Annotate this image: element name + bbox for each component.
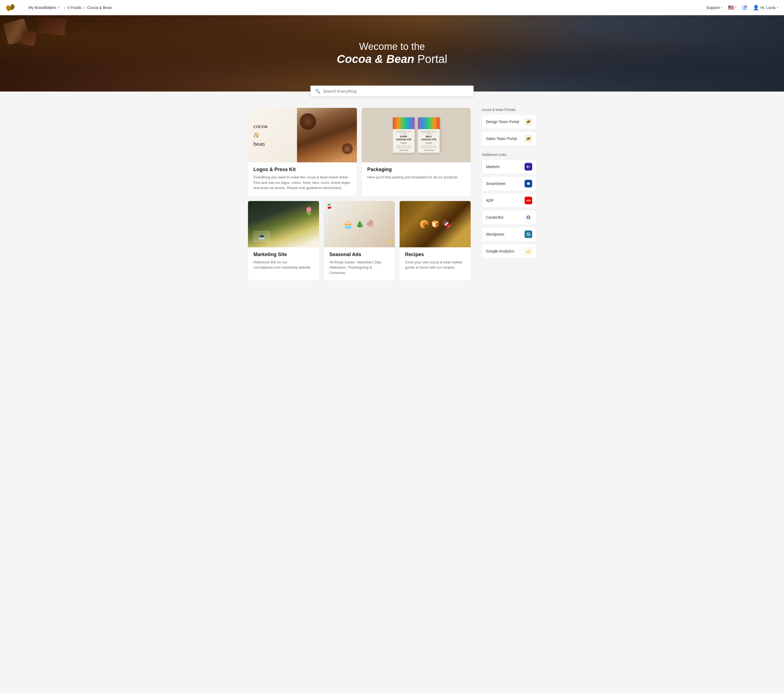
croissant-icon: 🥐 [420, 219, 429, 229]
search-bar: 🔍 [310, 86, 474, 97]
main-content: cocoa&bean Logos & Press Kit Everything … [242, 107, 542, 281]
adp-link[interactable]: ADP ADP [482, 193, 536, 208]
wordpress-link[interactable]: Wordpress [482, 227, 536, 242]
marketo-link[interactable]: Marketo [482, 159, 536, 174]
support-label: Support [706, 5, 720, 10]
cupcake-icon: 🧁 [343, 219, 354, 229]
packaging-card-body: Packaging Here you'll find packing and t… [362, 162, 471, 185]
contentful-logo-icon [526, 215, 530, 219]
navbar: My Brandfolders ▾ › V Foods › Cocoa & Be… [0, 0, 784, 15]
wordpress-icon [525, 231, 532, 238]
marketo-logo-icon [526, 165, 530, 169]
milk-choc-label: MILK CHOCOLATE [420, 135, 438, 141]
milk-chocolate-box: HANDMADE WITH LOVE MILK CHOCOLATE Organi… [418, 117, 440, 153]
chevron-down-icon: ▾ [58, 6, 59, 9]
marketing-card-image: 💻 🌷 [248, 201, 319, 248]
smartsheet-label: Smartsheet [486, 182, 506, 186]
breadcrumb-parent[interactable]: V Foods [68, 5, 82, 10]
chevron-down-icon: ▾ [735, 6, 737, 9]
sales-team-portal-label: Sales Team Portal [486, 137, 517, 141]
sales-team-portal-icon [525, 135, 532, 142]
search-icon: 🔍 [315, 89, 320, 94]
user-menu[interactable]: 👤 Hi, Lucia ▾ [753, 5, 779, 11]
sprinkle-icon: ✨ [387, 239, 392, 244]
milk-choc-pct: 35% cocoa [424, 149, 434, 151]
wordpress-logo-icon [526, 232, 530, 236]
logos-card-desc: Everything you need to make the cocoa & … [254, 175, 351, 191]
hero-subtitle: Wecome to the [337, 41, 447, 52]
adp-icon: ADP [525, 197, 532, 204]
packaging-card-desc: Here you'll find packing and templated f… [367, 175, 465, 180]
my-brandfolders-label: My Brandfolders [29, 5, 56, 10]
hero-portal-word: Portal [417, 53, 447, 65]
laptop-icon: 💻 [254, 231, 270, 242]
recipes-card-desc: Cook your own cocoa & bean baked goods a… [405, 260, 465, 270]
user-greeting: Hi, Lucia [761, 5, 775, 10]
user-icon: 👤 [753, 5, 759, 11]
design-team-portal-label: Design Team Portal [486, 120, 519, 124]
smartsheet-logo-icon [526, 182, 530, 186]
packaging-card[interactable]: HANDMADE WITH LOVE DARK CHOCOLATE Organi… [362, 107, 471, 196]
svg-rect-17 [529, 250, 530, 253]
brand-logo-text: cocoa&bean [254, 122, 267, 148]
holly-icon: 🍒 [327, 204, 332, 209]
svg-point-14 [528, 234, 529, 235]
choc-decoration-3 [38, 17, 66, 35]
seasonal-card-body: Seasonal Ads All things Easter, Valentin… [324, 248, 395, 281]
logos-card-title: Logos & Press Kit [254, 167, 351, 172]
marketo-icon [525, 163, 532, 170]
marketing-card[interactable]: 💻 🌷 Marketing Site Reference link for ou… [248, 201, 320, 281]
sales-team-portal-link[interactable]: Sales Team Portal [482, 131, 536, 146]
hero-banner: Wecome to the Cocoa & Bean Portal [0, 15, 784, 92]
analytics-chart-icon [526, 249, 530, 253]
design-team-portal-link[interactable]: Design Team Portal [482, 114, 536, 129]
candy-cane-icon: 🍭 [366, 219, 376, 229]
dark-choc-label: DARK CHOCOLATE [394, 135, 413, 141]
search-container: 🔍 [310, 86, 474, 97]
sidebar: cocoa & bean Portals Design Team Portal … [482, 107, 536, 281]
marketing-card-desc: Reference link for our cocoa&bean.com ma… [254, 260, 314, 270]
recipes-card[interactable]: 🥐 🍞 🍫 Recipes Cook your own cocoa & bean… [399, 201, 471, 281]
bell-icon [742, 5, 748, 10]
tulip-icon: 🌷 [304, 206, 314, 216]
my-brandfolders-dropdown[interactable]: My Brandfolders ▾ [29, 5, 59, 10]
top-card-grid: cocoa&bean Logos & Press Kit Everything … [248, 107, 471, 196]
svg-rect-9 [527, 166, 527, 168]
google-analytics-link[interactable]: Google Analytics [482, 244, 536, 259]
brand-logo-icon [5, 3, 15, 13]
support-dropdown[interactable]: Support ▾ [706, 5, 722, 10]
contentful-label: Contentful [486, 215, 503, 219]
seasonal-card[interactable]: 🧁 🎄 🍭 🍒 ✨ Seasonal Ads All things Easter… [324, 201, 395, 281]
google-analytics-icon [525, 248, 532, 255]
rolling-pin-icon: 🍞 [431, 220, 439, 228]
logo[interactable] [5, 3, 15, 13]
navbar-right: Support ▾ 🇺🇸 ▾ 👤 Hi, Lucia ▾ [706, 5, 779, 11]
contentful-icon [525, 214, 532, 221]
contentful-link[interactable]: Contentful [482, 210, 536, 225]
search-input[interactable] [323, 89, 469, 93]
notifications-button[interactable] [742, 5, 748, 10]
language-dropdown[interactable]: 🇺🇸 ▾ [728, 5, 737, 11]
svg-point-4 [745, 5, 747, 7]
hero-brand-name: Cocoa & Bean [337, 53, 414, 65]
breadcrumb: › V Foods › Cocoa & Bean [64, 5, 112, 10]
packaging-card-title: Packaging [367, 167, 465, 172]
logos-card[interactable]: cocoa&bean Logos & Press Kit Everything … [248, 107, 357, 196]
cocoa-bean-icon [526, 120, 530, 124]
recipes-card-title: Recipes [405, 252, 465, 257]
adp-label: ADP [486, 198, 494, 203]
dark-choc-pct: 70% cocoa [399, 149, 408, 151]
seasonal-card-desc: All things Easter, Valentine's Day, Hall… [329, 260, 390, 276]
marketing-card-body: Marketing Site Reference link for our co… [248, 248, 319, 276]
flag-icon: 🇺🇸 [728, 5, 734, 11]
chevron-down-icon: ▾ [777, 6, 779, 9]
svg-rect-15 [527, 251, 527, 253]
breadcrumb-current: Cocoa & Bean [87, 5, 112, 10]
choc-decoration-2 [21, 31, 36, 46]
milk-choc-sub: Organic [425, 142, 432, 144]
svg-point-3 [744, 8, 745, 9]
additional-links-title: Additional Links [482, 153, 536, 157]
chevron-down-icon: ▾ [721, 6, 723, 9]
hero-content: Wecome to the Cocoa & Bean Portal [337, 41, 447, 66]
smartsheet-link[interactable]: Smartsheet [482, 176, 536, 191]
